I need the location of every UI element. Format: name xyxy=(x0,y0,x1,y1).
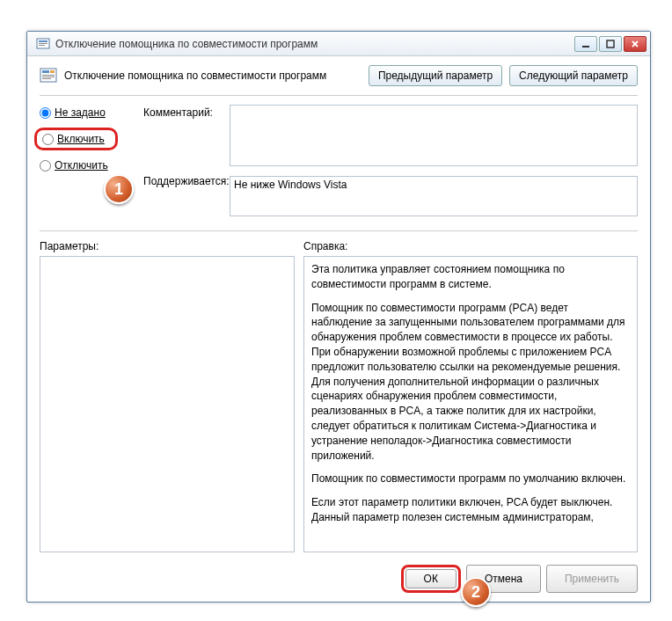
comment-textarea[interactable] xyxy=(230,105,638,166)
help-col: Справка: Эта политика управляет состояни… xyxy=(303,240,638,552)
radio-disabled-label: Отключить xyxy=(55,159,108,172)
next-param-button[interactable]: Следующий параметр xyxy=(509,65,638,86)
enable-highlight: Включить xyxy=(34,128,118,150)
svg-rect-2 xyxy=(39,43,47,44)
help-p: Помощник по совместимости программ по ум… xyxy=(311,471,630,486)
divider xyxy=(40,230,638,231)
header-title: Отключение помощника по совместимости пр… xyxy=(64,69,362,82)
radio-not-configured-label: Не задано xyxy=(55,106,106,119)
radio-enabled-label: Включить xyxy=(57,133,105,145)
radio-enabled-input[interactable] xyxy=(42,134,54,145)
help-p: Если этот параметр политики включен, PCA… xyxy=(311,495,630,525)
radio-disabled[interactable]: Отключить xyxy=(40,159,136,172)
callout-1: 1 xyxy=(104,174,134,204)
svg-rect-9 xyxy=(42,75,55,76)
radio-group: Не задано Включить Отключить xyxy=(40,105,136,172)
svg-rect-10 xyxy=(42,77,55,77)
svg-rect-5 xyxy=(607,40,614,47)
radio-not-configured[interactable]: Не задано xyxy=(40,106,136,119)
prev-param-button[interactable]: Предыдущий параметр xyxy=(369,65,502,86)
radio-disabled-input[interactable] xyxy=(40,160,51,172)
ok-highlight: ОК xyxy=(401,565,461,593)
svg-rect-7 xyxy=(42,70,49,73)
help-p: Эта политика управляет состоянием помощн… xyxy=(311,262,630,292)
svg-rect-8 xyxy=(50,70,55,73)
params-listbox[interactable] xyxy=(40,256,295,552)
radio-enabled[interactable]: Включить xyxy=(42,133,110,145)
dialog-content: Отключение помощника по совместимости пр… xyxy=(27,56,650,602)
titlebar: Отключение помощника по совместимости пр… xyxy=(27,32,650,56)
svg-rect-11 xyxy=(42,78,51,79)
help-text[interactable]: Эта политика управляет состоянием помощн… xyxy=(303,256,638,552)
supported-label: Поддерживается: xyxy=(143,173,223,187)
window-title: Отключение помощника по совместимости пр… xyxy=(55,38,574,50)
fields-col: Не ниже Windows Vista xyxy=(230,105,638,216)
supported-box: Не ниже Windows Vista xyxy=(230,176,638,216)
params-col: Параметры: xyxy=(40,240,295,552)
dialog-window: Отключение помощника по совместимости пр… xyxy=(26,31,651,603)
close-button[interactable] xyxy=(624,36,646,52)
apply-button[interactable]: Применить xyxy=(546,565,638,593)
footer-buttons: ОК Отмена Применить xyxy=(40,552,638,593)
minimize-button[interactable] xyxy=(574,36,597,52)
window-controls xyxy=(574,36,646,52)
help-label: Справка: xyxy=(303,240,638,252)
comment-label: Комментарий: xyxy=(143,105,223,173)
callout-2: 2 xyxy=(461,577,491,607)
lower-panels: Параметры: Справка: Эта политика управля… xyxy=(40,240,638,552)
svg-rect-4 xyxy=(582,46,589,47)
radio-not-configured-input[interactable] xyxy=(40,107,51,119)
labels-col: Комментарий: Поддерживается: xyxy=(143,105,223,187)
ok-button[interactable]: ОК xyxy=(405,569,457,588)
header-row: Отключение помощника по совместимости пр… xyxy=(40,65,638,96)
help-p: Помощник по совместимости программ (PCA)… xyxy=(311,301,630,464)
svg-rect-3 xyxy=(39,45,45,46)
app-icon xyxy=(36,37,50,51)
params-label: Параметры: xyxy=(40,240,295,252)
policy-icon xyxy=(40,67,57,84)
maximize-button[interactable] xyxy=(599,36,622,52)
svg-rect-1 xyxy=(39,40,47,42)
